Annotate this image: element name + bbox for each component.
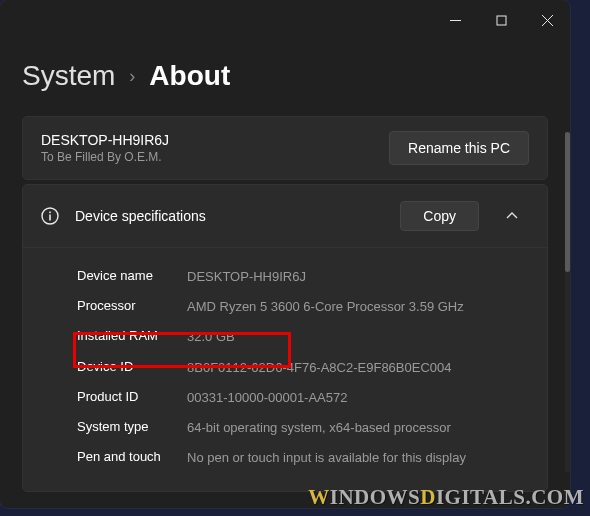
info-icon [41,207,59,225]
spec-product-id: Product ID 00331-10000-00001-AA572 [77,383,529,413]
scrollbar[interactable] [565,132,570,472]
svg-rect-6 [49,212,51,214]
pc-info-card: DESKTOP-HH9IR6J To Be Filled By O.E.M. R… [22,116,548,180]
minimize-button[interactable] [432,0,478,40]
device-specifications-card: Device specifications Copy Device name D… [22,184,548,492]
spec-installed-ram: Installed RAM 32.0 GB [77,322,529,352]
spec-pen-touch: Pen and touch No pen or touch input is a… [77,443,529,473]
watermark: WINDOWSDIGITALS.COM [308,485,584,510]
chevron-right-icon: › [129,66,135,87]
collapse-button[interactable] [495,199,529,233]
content-area: DESKTOP-HH9IR6J To Be Filled By O.E.M. R… [0,116,570,492]
spec-value: DESKTOP-HH9IR6J [187,268,306,286]
maximize-icon [496,15,507,26]
spec-value: 32.0 GB [187,328,235,346]
svg-rect-5 [49,215,51,221]
close-button[interactable] [524,0,570,40]
spec-label: Pen and touch [77,449,187,464]
spec-value: No pen or touch input is available for t… [187,449,466,467]
spec-value: 8B0F0112-62D6-4F76-A8C2-E9F86B0EC004 [187,359,452,377]
spec-label: Product ID [77,389,187,404]
card-title: Device specifications [75,208,384,224]
spec-value: 00331-10000-00001-AA572 [187,389,347,407]
page-title: About [149,60,230,92]
maximize-button[interactable] [478,0,524,40]
settings-window: System › About DESKTOP-HH9IR6J To Be Fil… [0,0,570,508]
spec-device-name: Device name DESKTOP-HH9IR6J [77,262,529,292]
spec-processor: Processor AMD Ryzen 5 3600 6-Core Proces… [77,292,529,322]
titlebar [0,0,570,40]
spec-label: Installed RAM [77,328,187,343]
spec-label: Device ID [77,359,187,374]
copy-button[interactable]: Copy [400,201,479,231]
svg-rect-1 [497,16,506,25]
minimize-icon [450,15,461,26]
pc-name-block: DESKTOP-HH9IR6J To Be Filled By O.E.M. [41,132,169,164]
spec-value: 64-bit operating system, x64-based proce… [187,419,451,437]
pc-name: DESKTOP-HH9IR6J [41,132,169,148]
spec-label: System type [77,419,187,434]
spec-system-type: System type 64-bit operating system, x64… [77,413,529,443]
breadcrumb: System › About [0,40,570,116]
spec-label: Processor [77,298,187,313]
rename-pc-button[interactable]: Rename this PC [389,131,529,165]
card-header[interactable]: Device specifications Copy [23,185,547,248]
spec-body: Device name DESKTOP-HH9IR6J Processor AM… [23,248,547,491]
spec-device-id: Device ID 8B0F0112-62D6-4F76-A8C2-E9F86B… [77,353,529,383]
spec-value: AMD Ryzen 5 3600 6-Core Processor 3.59 G… [187,298,464,316]
spec-label: Device name [77,268,187,283]
chevron-up-icon [505,209,519,223]
pc-oem: To Be Filled By O.E.M. [41,150,169,164]
breadcrumb-parent[interactable]: System [22,60,115,92]
scrollbar-thumb[interactable] [565,132,570,272]
close-icon [542,15,553,26]
